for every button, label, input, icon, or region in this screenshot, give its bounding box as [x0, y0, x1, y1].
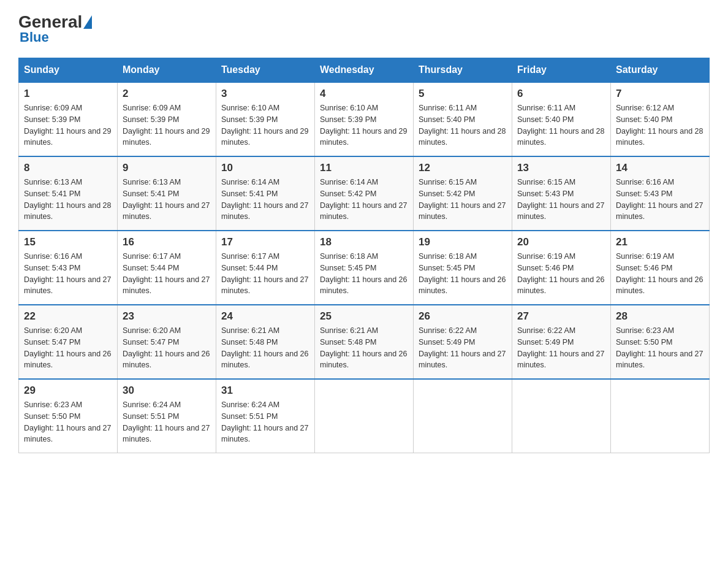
- logo-arrow-icon: [83, 15, 92, 29]
- day-info: Sunrise: 6:17 AM Sunset: 5:44 PM Dayligh…: [221, 251, 309, 297]
- day-info: Sunrise: 6:13 AM Sunset: 5:41 PM Dayligh…: [24, 177, 112, 223]
- weekday-header-tuesday: Tuesday: [216, 58, 315, 83]
- day-number: 21: [616, 236, 704, 248]
- calendar-cell: 19 Sunrise: 6:18 AM Sunset: 5:45 PM Dayl…: [414, 231, 512, 305]
- day-info: Sunrise: 6:10 AM Sunset: 5:39 PM Dayligh…: [221, 102, 309, 148]
- calendar-cell: 4 Sunrise: 6:10 AM Sunset: 5:39 PM Dayli…: [315, 82, 414, 156]
- calendar-cell: 20 Sunrise: 6:19 AM Sunset: 5:46 PM Dayl…: [512, 231, 611, 305]
- day-info: Sunrise: 6:24 AM Sunset: 5:51 PM Dayligh…: [221, 399, 309, 445]
- day-info: Sunrise: 6:14 AM Sunset: 5:42 PM Dayligh…: [320, 177, 408, 223]
- week-row-4: 22 Sunrise: 6:20 AM Sunset: 5:47 PM Dayl…: [19, 305, 710, 379]
- day-info: Sunrise: 6:23 AM Sunset: 5:50 PM Dayligh…: [24, 399, 112, 445]
- calendar-cell: 24 Sunrise: 6:21 AM Sunset: 5:48 PM Dayl…: [216, 305, 315, 379]
- calendar-cell: 23 Sunrise: 6:20 AM Sunset: 5:47 PM Dayl…: [118, 305, 216, 379]
- calendar-cell: 13 Sunrise: 6:15 AM Sunset: 5:43 PM Dayl…: [512, 156, 611, 231]
- day-info: Sunrise: 6:20 AM Sunset: 5:47 PM Dayligh…: [24, 325, 112, 371]
- logo: General Blue: [18, 12, 93, 45]
- calendar-cell: 28 Sunrise: 6:23 AM Sunset: 5:50 PM Dayl…: [611, 305, 710, 379]
- page-header: General Blue: [18, 12, 710, 45]
- calendar-cell: 15 Sunrise: 6:16 AM Sunset: 5:43 PM Dayl…: [19, 231, 118, 305]
- weekday-header-row: SundayMondayTuesdayWednesdayThursdayFrid…: [19, 58, 710, 83]
- calendar-cell: 1 Sunrise: 6:09 AM Sunset: 5:39 PM Dayli…: [19, 82, 118, 156]
- day-number: 2: [123, 88, 211, 100]
- day-number: 1: [24, 88, 112, 100]
- weekday-header-thursday: Thursday: [414, 58, 512, 83]
- day-info: Sunrise: 6:16 AM Sunset: 5:43 PM Dayligh…: [24, 251, 112, 297]
- day-number: 15: [24, 236, 112, 248]
- day-number: 4: [320, 88, 408, 100]
- calendar-cell: 17 Sunrise: 6:17 AM Sunset: 5:44 PM Dayl…: [216, 231, 315, 305]
- day-info: Sunrise: 6:09 AM Sunset: 5:39 PM Dayligh…: [123, 102, 211, 148]
- day-info: Sunrise: 6:18 AM Sunset: 5:45 PM Dayligh…: [320, 251, 408, 297]
- day-info: Sunrise: 6:20 AM Sunset: 5:47 PM Dayligh…: [123, 325, 211, 371]
- day-info: Sunrise: 6:22 AM Sunset: 5:49 PM Dayligh…: [517, 325, 605, 371]
- day-info: Sunrise: 6:18 AM Sunset: 5:45 PM Dayligh…: [419, 251, 507, 297]
- day-info: Sunrise: 6:22 AM Sunset: 5:49 PM Dayligh…: [419, 325, 507, 371]
- weekday-header-saturday: Saturday: [611, 58, 710, 83]
- day-number: 5: [419, 88, 507, 100]
- calendar-cell: 26 Sunrise: 6:22 AM Sunset: 5:49 PM Dayl…: [414, 305, 512, 379]
- day-info: Sunrise: 6:19 AM Sunset: 5:46 PM Dayligh…: [517, 251, 605, 297]
- week-row-1: 1 Sunrise: 6:09 AM Sunset: 5:39 PM Dayli…: [19, 82, 710, 156]
- day-number: 22: [24, 310, 112, 323]
- week-row-3: 15 Sunrise: 6:16 AM Sunset: 5:43 PM Dayl…: [19, 231, 710, 305]
- calendar-cell: [611, 379, 710, 453]
- calendar-cell: 30 Sunrise: 6:24 AM Sunset: 5:51 PM Dayl…: [118, 379, 216, 453]
- calendar-cell: 6 Sunrise: 6:11 AM Sunset: 5:40 PM Dayli…: [512, 82, 611, 156]
- calendar-cell: 8 Sunrise: 6:13 AM Sunset: 5:41 PM Dayli…: [19, 156, 118, 231]
- day-number: 10: [221, 162, 309, 174]
- calendar-cell: 2 Sunrise: 6:09 AM Sunset: 5:39 PM Dayli…: [118, 82, 216, 156]
- day-number: 16: [123, 236, 211, 248]
- week-row-2: 8 Sunrise: 6:13 AM Sunset: 5:41 PM Dayli…: [19, 156, 710, 231]
- day-number: 26: [419, 310, 507, 323]
- day-number: 7: [616, 88, 704, 100]
- day-number: 27: [517, 310, 605, 323]
- day-info: Sunrise: 6:24 AM Sunset: 5:51 PM Dayligh…: [123, 399, 211, 445]
- day-number: 6: [517, 88, 605, 100]
- day-info: Sunrise: 6:12 AM Sunset: 5:40 PM Dayligh…: [616, 102, 704, 148]
- calendar-cell: 3 Sunrise: 6:10 AM Sunset: 5:39 PM Dayli…: [216, 82, 315, 156]
- logo-blue-text: Blue: [18, 29, 49, 45]
- day-number: 28: [616, 310, 704, 323]
- calendar-cell: 12 Sunrise: 6:15 AM Sunset: 5:42 PM Dayl…: [414, 156, 512, 231]
- calendar-cell: 21 Sunrise: 6:19 AM Sunset: 5:46 PM Dayl…: [611, 231, 710, 305]
- calendar-cell: 16 Sunrise: 6:17 AM Sunset: 5:44 PM Dayl…: [118, 231, 216, 305]
- calendar-cell: 14 Sunrise: 6:16 AM Sunset: 5:43 PM Dayl…: [611, 156, 710, 231]
- calendar-cell: [315, 379, 414, 453]
- day-number: 14: [616, 162, 704, 174]
- weekday-header-monday: Monday: [118, 58, 216, 83]
- day-info: Sunrise: 6:16 AM Sunset: 5:43 PM Dayligh…: [616, 177, 704, 223]
- day-number: 9: [123, 162, 211, 174]
- day-number: 12: [419, 162, 507, 174]
- calendar-cell: 22 Sunrise: 6:20 AM Sunset: 5:47 PM Dayl…: [19, 305, 118, 379]
- day-info: Sunrise: 6:11 AM Sunset: 5:40 PM Dayligh…: [419, 102, 507, 148]
- calendar-cell: 7 Sunrise: 6:12 AM Sunset: 5:40 PM Dayli…: [611, 82, 710, 156]
- weekday-header-friday: Friday: [512, 58, 611, 83]
- day-info: Sunrise: 6:13 AM Sunset: 5:41 PM Dayligh…: [123, 177, 211, 223]
- calendar-cell: 10 Sunrise: 6:14 AM Sunset: 5:41 PM Dayl…: [216, 156, 315, 231]
- day-number: 8: [24, 162, 112, 174]
- calendar-cell: 25 Sunrise: 6:21 AM Sunset: 5:48 PM Dayl…: [315, 305, 414, 379]
- calendar-cell: 29 Sunrise: 6:23 AM Sunset: 5:50 PM Dayl…: [19, 379, 118, 453]
- weekday-header-sunday: Sunday: [19, 58, 118, 83]
- day-info: Sunrise: 6:15 AM Sunset: 5:42 PM Dayligh…: [419, 177, 507, 223]
- day-number: 23: [123, 310, 211, 323]
- day-number: 25: [320, 310, 408, 323]
- calendar-cell: 11 Sunrise: 6:14 AM Sunset: 5:42 PM Dayl…: [315, 156, 414, 231]
- day-number: 29: [24, 385, 112, 397]
- weekday-header-wednesday: Wednesday: [315, 58, 414, 83]
- day-info: Sunrise: 6:19 AM Sunset: 5:46 PM Dayligh…: [616, 251, 704, 297]
- day-number: 20: [517, 236, 605, 248]
- day-info: Sunrise: 6:23 AM Sunset: 5:50 PM Dayligh…: [616, 325, 704, 371]
- day-info: Sunrise: 6:09 AM Sunset: 5:39 PM Dayligh…: [24, 102, 112, 148]
- calendar-cell: [512, 379, 611, 453]
- calendar-table: SundayMondayTuesdayWednesdayThursdayFrid…: [18, 58, 710, 453]
- day-number: 11: [320, 162, 408, 174]
- day-number: 3: [221, 88, 309, 100]
- day-number: 17: [221, 236, 309, 248]
- day-info: Sunrise: 6:17 AM Sunset: 5:44 PM Dayligh…: [123, 251, 211, 297]
- day-info: Sunrise: 6:15 AM Sunset: 5:43 PM Dayligh…: [517, 177, 605, 223]
- day-number: 24: [221, 310, 309, 323]
- week-row-5: 29 Sunrise: 6:23 AM Sunset: 5:50 PM Dayl…: [19, 379, 710, 453]
- day-info: Sunrise: 6:21 AM Sunset: 5:48 PM Dayligh…: [320, 325, 408, 371]
